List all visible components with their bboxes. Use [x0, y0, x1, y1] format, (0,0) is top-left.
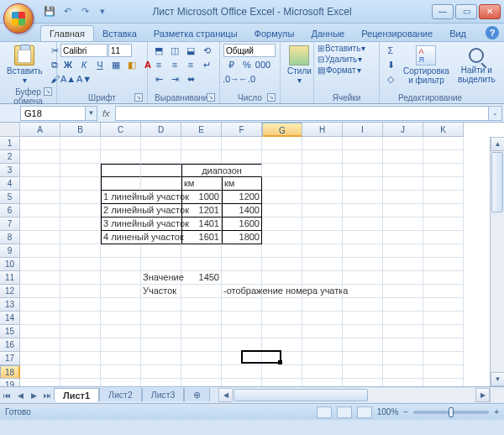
cell-J12[interactable]: [383, 285, 423, 298]
zoom-percent[interactable]: 100%: [377, 407, 399, 417]
fill-color-button[interactable]: ◧: [124, 58, 139, 71]
col-header-B[interactable]: B: [60, 123, 101, 137]
qat-save[interactable]: 💾: [42, 4, 57, 19]
cell-I13[interactable]: [343, 298, 383, 312]
cell-G15[interactable]: [262, 325, 302, 338]
cell-I14[interactable]: [343, 312, 383, 325]
cell-K10[interactable]: [423, 258, 464, 271]
cell-E1[interactable]: [181, 137, 222, 150]
cell-A1[interactable]: [20, 137, 60, 150]
cell-E3[interactable]: диапозон: [181, 164, 262, 177]
cell-A3[interactable]: [20, 164, 60, 177]
cell-A14[interactable]: [20, 312, 60, 325]
cell-H17[interactable]: [302, 352, 343, 365]
cell-A11[interactable]: [20, 271, 60, 285]
cell-E19[interactable]: [181, 379, 222, 386]
cell-K1[interactable]: [423, 137, 464, 150]
hscroll-thumb[interactable]: [234, 389, 368, 401]
cell-F18[interactable]: [222, 365, 262, 379]
scroll-right-arrow[interactable]: ▶: [475, 388, 490, 402]
percent-button[interactable]: %: [239, 58, 255, 71]
cell-H14[interactable]: [302, 312, 343, 325]
cell-A13[interactable]: [20, 298, 60, 312]
cell-F8[interactable]: 1800: [222, 231, 262, 244]
col-header-I[interactable]: I: [343, 123, 383, 137]
tab-nav-prev[interactable]: ◀: [13, 388, 27, 403]
font-size-select[interactable]: [108, 44, 132, 57]
cell-B17[interactable]: [60, 352, 101, 365]
cell-K4[interactable]: [423, 177, 464, 191]
cell-I18[interactable]: [343, 365, 383, 379]
cell-G14[interactable]: [262, 312, 302, 325]
scroll-left-arrow[interactable]: ◀: [218, 388, 233, 402]
cell-F15[interactable]: [222, 325, 262, 338]
cell-D9[interactable]: [141, 244, 181, 258]
delete-cells-button[interactable]: ⊟ Удалить ▾: [318, 55, 362, 64]
cell-D17[interactable]: [141, 352, 181, 365]
shrink-font-button[interactable]: A▼: [76, 72, 92, 86]
cell-K17[interactable]: [423, 352, 464, 365]
number-launcher[interactable]: ↘: [267, 93, 276, 102]
cell-G2[interactable]: [262, 150, 302, 164]
cell-E17[interactable]: [181, 352, 222, 365]
col-header-C[interactable]: C: [101, 123, 141, 137]
cell-A12[interactable]: [20, 285, 60, 298]
cell-D16[interactable]: [141, 338, 181, 352]
cell-H4[interactable]: [302, 177, 343, 191]
cell-J13[interactable]: [383, 298, 423, 312]
cell-K13[interactable]: [423, 298, 464, 312]
col-header-J[interactable]: J: [383, 123, 423, 137]
cell-B19[interactable]: [60, 379, 101, 386]
clear-button[interactable]: ◇: [383, 72, 398, 86]
cell-C10[interactable]: [101, 258, 141, 271]
cell-G17[interactable]: [262, 352, 302, 365]
cell-J14[interactable]: [383, 312, 423, 325]
cell-D13[interactable]: [141, 298, 181, 312]
cell-H2[interactable]: [302, 150, 343, 164]
cell-C9[interactable]: [101, 244, 141, 258]
paste-button[interactable]: Вставить▾: [3, 44, 45, 86]
col-header-G[interactable]: G: [262, 123, 302, 137]
cell-C11[interactable]: [101, 271, 141, 285]
col-header-H[interactable]: H: [302, 123, 343, 137]
cell-B7[interactable]: [60, 218, 101, 231]
cell-J10[interactable]: [383, 258, 423, 271]
row-header-19[interactable]: 19: [0, 379, 20, 386]
scroll-up-arrow[interactable]: ▲: [491, 137, 504, 151]
cell-J3[interactable]: [383, 164, 423, 177]
close-button[interactable]: ✕: [479, 4, 501, 19]
cell-E15[interactable]: [181, 325, 222, 338]
cell-K3[interactable]: [423, 164, 464, 177]
cell-I6[interactable]: [343, 204, 383, 218]
currency-button[interactable]: ₽: [223, 58, 239, 71]
cell-K9[interactable]: [423, 244, 464, 258]
border-button[interactable]: ▦: [108, 58, 123, 71]
cell-D1[interactable]: [141, 137, 181, 150]
grow-font-button[interactable]: A▲: [60, 72, 76, 86]
row-header-14[interactable]: 14: [0, 312, 20, 325]
view-layout[interactable]: [337, 406, 352, 418]
cell-H8[interactable]: [302, 231, 343, 244]
cell-E18[interactable]: [181, 365, 222, 379]
tab-nav-next[interactable]: ▶: [27, 388, 40, 403]
cell-F14[interactable]: [222, 312, 262, 325]
tab-data[interactable]: Данные: [302, 26, 353, 41]
align-top[interactable]: ⬒: [151, 44, 166, 57]
cell-J8[interactable]: [383, 231, 423, 244]
number-format-select[interactable]: [223, 44, 276, 57]
cell-H10[interactable]: [302, 258, 343, 271]
view-pagebreak[interactable]: [357, 406, 372, 418]
tab-page-layout[interactable]: Разметка страницы: [145, 26, 246, 41]
row-header-2[interactable]: 2: [0, 150, 20, 164]
insert-cells-button[interactable]: ⊞ Вставить ▾: [318, 44, 365, 53]
underline-button[interactable]: Ч: [92, 58, 108, 71]
cell-A6[interactable]: [20, 204, 60, 218]
cell-I12[interactable]: [343, 285, 383, 298]
col-header-K[interactable]: K: [423, 123, 464, 137]
cell-C17[interactable]: [101, 352, 141, 365]
cell-C3[interactable]: [101, 164, 141, 177]
cell-G6[interactable]: [262, 204, 302, 218]
cell-G18[interactable]: [262, 365, 302, 379]
cell-B11[interactable]: [60, 271, 101, 285]
cell-G1[interactable]: [262, 137, 302, 150]
